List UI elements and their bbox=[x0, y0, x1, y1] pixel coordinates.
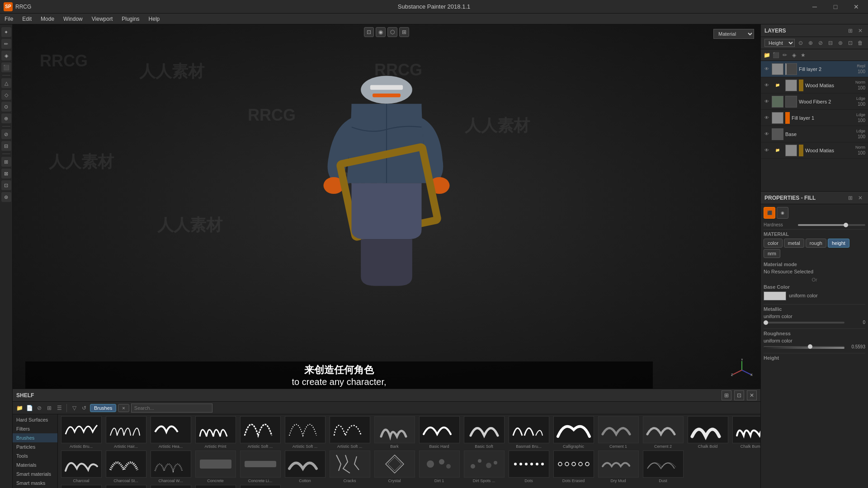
brush-artistic-bru[interactable]: Artistic Bru... bbox=[60, 416, 103, 449]
brush-chalk-bold[interactable]: Chalk Bold bbox=[686, 416, 729, 449]
shelf-cat-brushes[interactable]: Brushes bbox=[13, 433, 57, 442]
shelf-search-input[interactable] bbox=[131, 404, 212, 413]
shelf-close-btn[interactable]: ✕ bbox=[747, 390, 757, 400]
material-select[interactable]: Material Base Color Roughness Height bbox=[713, 29, 754, 39]
tool-picker[interactable]: ⊘ bbox=[1, 129, 11, 139]
brush-charcoal-st[interactable]: Charcoal St... bbox=[104, 450, 147, 483]
layer-eye-fill2[interactable]: 👁 bbox=[764, 66, 770, 72]
channel-btn-1[interactable]: ⊙ bbox=[797, 39, 805, 47]
layer-eye-base[interactable]: 👁 bbox=[764, 131, 770, 137]
channel-dropdown[interactable]: Height bbox=[764, 39, 795, 47]
shelf-cat-smart-materials[interactable]: Smart materials bbox=[13, 469, 57, 479]
metallic-track[interactable] bbox=[764, 322, 844, 324]
menu-plugins[interactable]: Plugins bbox=[117, 14, 144, 24]
layer-item-base[interactable]: 👁 Base Ldge 100 bbox=[761, 126, 868, 142]
tool-extra[interactable]: ⊛ bbox=[1, 192, 11, 202]
brush-artistic-print[interactable]: Artistic Print bbox=[194, 416, 237, 449]
brush-artistic-soft-1[interactable]: Artistic Soft ... bbox=[239, 416, 282, 449]
channel-btn-6[interactable]: ⊡ bbox=[846, 39, 854, 47]
vp-icon-solid[interactable]: ◉ bbox=[376, 27, 386, 37]
shelf-nav-file[interactable]: 📄 bbox=[25, 404, 33, 412]
layer-mask[interactable]: ◈ bbox=[790, 51, 798, 59]
brush-concrete-li[interactable]: Concrete Li... bbox=[239, 450, 282, 483]
tool-select[interactable]: ◇ bbox=[1, 90, 11, 100]
brush-dots-erased[interactable]: Dots Erased bbox=[552, 450, 595, 483]
menu-edit[interactable]: Edit bbox=[18, 14, 36, 24]
vp-icon-wire[interactable]: ⬡ bbox=[387, 27, 397, 37]
layer-eye-woodfibers2[interactable]: 👁 bbox=[764, 99, 770, 105]
layer-eye-fill1[interactable]: 👁 bbox=[764, 115, 770, 121]
layer-item-fill2[interactable]: 👁 Fill layer 2 Repl 100 bbox=[761, 61, 868, 77]
brush-cracks[interactable]: Cracks bbox=[328, 450, 371, 483]
tool-clone[interactable]: ⊕ bbox=[1, 113, 11, 123]
brush-extra-4[interactable] bbox=[194, 485, 237, 488]
shelf-cat-hard-surfaces[interactable]: Hard Surfaces bbox=[13, 415, 57, 424]
viewport[interactable]: RRCG 人人素材 RRCG 人人素材 RRCG 人人素材 RRCG 人人素材 bbox=[13, 24, 760, 389]
channel-btn-5[interactable]: ⊛ bbox=[836, 39, 844, 47]
roughness-track[interactable] bbox=[764, 346, 844, 348]
menu-viewport[interactable]: Viewport bbox=[87, 14, 117, 24]
brush-basic-hard[interactable]: Basic Hard bbox=[418, 416, 461, 449]
shelf-cat-particles[interactable]: Particles bbox=[13, 442, 57, 451]
brush-extra-2[interactable] bbox=[104, 485, 147, 488]
layer-add-folder[interactable]: 📁 bbox=[763, 51, 771, 59]
brush-cotton[interactable]: Cotton bbox=[283, 450, 326, 483]
mat-btn-nrm[interactable]: nrm bbox=[764, 249, 780, 258]
brush-charcoal[interactable]: Charcoal bbox=[60, 450, 103, 483]
shelf-refresh-btn[interactable]: ↺ bbox=[80, 404, 88, 412]
shelf-nav-list[interactable]: ☰ bbox=[55, 404, 63, 412]
layer-add-paint[interactable]: ✏ bbox=[781, 51, 789, 59]
properties-expand-btn[interactable]: ⊞ bbox=[846, 194, 854, 202]
vp-icon-perspective[interactable]: ⊡ bbox=[364, 27, 374, 37]
tool-eraser[interactable]: ◈ bbox=[1, 51, 11, 61]
brush-dust[interactable]: Dust bbox=[642, 450, 684, 483]
minimize-button[interactable]: ─ bbox=[805, 0, 825, 14]
shelf-grid-toggle[interactable]: ⊞ bbox=[722, 390, 731, 400]
tool-anchor[interactable]: ⊡ bbox=[1, 180, 11, 190]
channel-btn-4[interactable]: ⊟ bbox=[826, 39, 835, 47]
layer-add-fill[interactable]: ⬛ bbox=[772, 51, 780, 59]
brush-dry-mud[interactable]: Dry Mud bbox=[597, 450, 640, 483]
tool-measure[interactable]: ⊟ bbox=[1, 141, 11, 151]
base-color-swatch[interactable] bbox=[764, 291, 786, 300]
shelf-nav-back[interactable]: ⊘ bbox=[35, 404, 43, 412]
hardness-track[interactable] bbox=[798, 224, 865, 226]
mat-btn-color[interactable]: color bbox=[764, 239, 783, 248]
brush-dirt-spots[interactable]: Dirt Spots ... bbox=[462, 450, 505, 483]
layer-item-wood-matias-2[interactable]: 👁 📁 Wood Matias Norm 100 bbox=[761, 142, 868, 159]
roughness-thumb[interactable] bbox=[808, 344, 812, 349]
brush-artistic-hair[interactable]: Artistic Hair... bbox=[104, 416, 147, 449]
shelf-tab-close[interactable]: × bbox=[118, 404, 129, 412]
shelf-filter-btn[interactable]: ▽ bbox=[70, 404, 78, 412]
channel-icon-paint[interactable]: ⬛ bbox=[764, 207, 775, 219]
brush-extra-1[interactable] bbox=[60, 485, 103, 488]
layer-item-fill1[interactable]: 👁 Fill layer 1 Ldge 100 bbox=[761, 110, 868, 126]
brush-charcoal-w[interactable]: Charcoal W... bbox=[149, 450, 192, 483]
layer-eye-wood1[interactable]: 👁 bbox=[764, 82, 770, 89]
brush-chalk-bumpy[interactable]: Chalk Bumpy bbox=[731, 416, 760, 449]
menu-window[interactable]: Window bbox=[59, 14, 87, 24]
shelf-cat-smart-masks[interactable]: Smart masks bbox=[13, 479, 57, 488]
brush-basmati[interactable]: Basmati Bru... bbox=[507, 416, 550, 449]
menu-help[interactable]: Help bbox=[144, 14, 165, 24]
brush-crystal[interactable]: Crystal bbox=[373, 450, 416, 483]
brush-dirt-1[interactable]: Dirt 1 bbox=[418, 450, 461, 483]
tool-brush[interactable]: ✏ bbox=[1, 39, 11, 49]
brush-artistic-hea[interactable]: Artistic Hea... bbox=[149, 416, 192, 449]
shelf-nav-grid[interactable]: ⊞ bbox=[45, 404, 53, 412]
brush-dots[interactable]: Dots bbox=[507, 450, 550, 483]
tool-bake[interactable]: ⊠ bbox=[1, 169, 11, 178]
layers-expand-btn[interactable]: ⊞ bbox=[846, 27, 854, 35]
tool-transform[interactable]: ⊞ bbox=[1, 157, 11, 167]
channel-btn-delete[interactable]: 🗑 bbox=[856, 39, 864, 47]
properties-close-btn[interactable]: ✕ bbox=[856, 194, 864, 202]
brush-extra-5[interactable] bbox=[239, 485, 282, 488]
brush-cement-1[interactable]: Cement 1 bbox=[597, 416, 640, 449]
mat-btn-rough[interactable]: rough bbox=[806, 239, 826, 248]
tool-move[interactable]: ✦ bbox=[1, 27, 11, 37]
channel-icon-circular[interactable]: ◉ bbox=[777, 207, 788, 219]
shelf-expand-btn[interactable]: ⊡ bbox=[734, 390, 744, 400]
brush-basic-soft[interactable]: Basic Soft bbox=[462, 416, 505, 449]
close-button[interactable]: ✕ bbox=[846, 0, 866, 14]
mat-btn-metal[interactable]: metal bbox=[784, 239, 804, 248]
